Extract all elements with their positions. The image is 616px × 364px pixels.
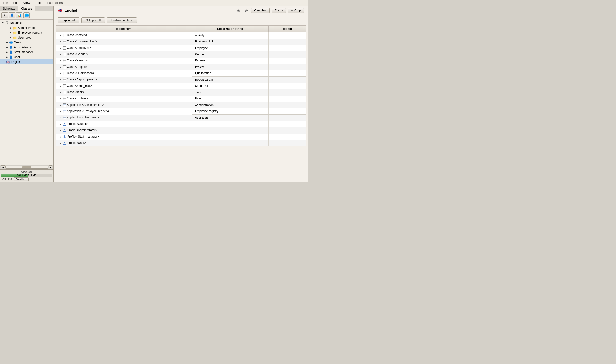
cell-localization[interactable]: User	[192, 96, 268, 102]
row-expand-icon[interactable]: ▶	[59, 117, 62, 119]
cell-tooltip[interactable]	[268, 140, 306, 146]
expand-database-icon[interactable]: ▼	[1, 21, 5, 25]
horizontal-scrollbar[interactable]: ◀ ▶	[0, 165, 53, 169]
cell-tooltip[interactable]	[268, 32, 306, 39]
row-expand-icon[interactable]: ▶	[59, 91, 62, 94]
tree-item-administration[interactable]: ▶ 📁 Administration	[0, 25, 53, 30]
zoom-out-button[interactable]: ⊖	[243, 8, 249, 13]
table-row[interactable]: ▶ Profile <Staff_manager>	[56, 134, 306, 140]
cell-localization[interactable]: Business Unit	[192, 39, 268, 45]
expand-staff-manager-icon[interactable]: ▶	[5, 50, 9, 54]
cell-localization[interactable]: Qualification	[192, 70, 268, 77]
menu-file[interactable]: File	[2, 1, 9, 5]
row-expand-icon[interactable]: ▶	[59, 85, 62, 87]
table-row[interactable]: ▶ Class <Params>Params	[56, 58, 306, 64]
row-expand-icon[interactable]: ▶	[59, 98, 62, 100]
expand-user-area-icon[interactable]: ▶	[9, 36, 13, 39]
row-expand-icon[interactable]: ▶	[59, 129, 62, 132]
row-expand-icon[interactable]: ▶	[59, 66, 62, 68]
table-row[interactable]: ▶ Class <Task>Task	[56, 89, 306, 96]
cell-localization[interactable]: Project	[192, 64, 268, 70]
cell-localization[interactable]: Activity	[192, 32, 268, 39]
expand-guest-icon[interactable]: ▶	[5, 40, 9, 44]
tree-item-administrator[interactable]: ▶ 👤 Administrator	[0, 45, 53, 50]
tab-schemas[interactable]: Schemas	[0, 6, 18, 11]
row-expand-icon[interactable]: ▶	[59, 104, 62, 106]
cell-tooltip[interactable]	[268, 96, 306, 102]
row-expand-icon[interactable]: ▶	[59, 34, 62, 37]
overview-button[interactable]: Overview	[251, 8, 270, 13]
db-button[interactable]: 🗄	[1, 13, 8, 18]
table-row[interactable]: ▶ Application <Employee_registry>Employe…	[56, 108, 306, 115]
table-row[interactable]: ▶ Class <Report_param>Report param	[56, 77, 306, 83]
add-button[interactable]: 👤	[9, 13, 15, 18]
row-expand-icon[interactable]: ▶	[59, 110, 62, 113]
menu-extensions[interactable]: Extensions	[46, 1, 64, 5]
cell-localization[interactable]: Gender	[192, 51, 268, 58]
cell-tooltip[interactable]	[268, 39, 306, 45]
tree-item-english[interactable]: ▶ 🇬🇧 English	[0, 60, 53, 64]
row-expand-icon[interactable]: ▶	[59, 136, 62, 138]
cell-localization[interactable]: Employee registry	[192, 108, 268, 115]
scroll-right-button[interactable]: ▶	[49, 165, 52, 169]
cell-localization[interactable]: Params	[192, 58, 268, 64]
scroll-left-button[interactable]: ◀	[1, 165, 5, 169]
table-row[interactable]: ▶ Class <Gender>Gender	[56, 51, 306, 58]
tree-item-user[interactable]: ▶ 👤 User	[0, 55, 53, 60]
cell-tooltip[interactable]	[268, 89, 306, 96]
menu-tools[interactable]: Tools	[34, 1, 43, 5]
expand-administrator-icon[interactable]: ▶	[5, 45, 9, 49]
table-row[interactable]: ▶ Class <__User>User	[56, 96, 306, 102]
crop-button[interactable]: ✂ Crop	[288, 8, 304, 13]
expand-administration-icon[interactable]: ▶	[9, 26, 13, 30]
cell-localization[interactable]	[192, 121, 268, 127]
table-row[interactable]: ▶ Profile <Guest>	[56, 121, 306, 127]
table-row[interactable]: ▶ Class <Send_mail>Send mail	[56, 83, 306, 89]
globe-button[interactable]: 🌐	[23, 13, 30, 18]
tree-item-database[interactable]: ▼ 🗄 Database	[0, 20, 53, 25]
table-row[interactable]: ▶ Profile <User>	[56, 140, 306, 146]
details-button[interactable]: Details...	[14, 178, 28, 182]
menu-edit[interactable]: Edit	[12, 1, 19, 5]
table-row[interactable]: ▶ Profile <Administrator>	[56, 127, 306, 134]
tree-item-employee-registry[interactable]: ▶ 📁 Employee_registry	[0, 30, 53, 35]
zoom-in-button[interactable]: ⊕	[235, 8, 241, 13]
table-row[interactable]: ▶ Class <Project>Project	[56, 64, 306, 70]
cell-tooltip[interactable]	[268, 121, 306, 127]
cell-tooltip[interactable]	[268, 70, 306, 77]
cell-localization[interactable]: Report param	[192, 77, 268, 83]
expand-all-button[interactable]: Expand all	[58, 17, 79, 23]
cell-tooltip[interactable]	[268, 108, 306, 115]
menu-view[interactable]: View	[22, 1, 31, 5]
cell-localization[interactable]: Administration	[192, 102, 268, 108]
chart-button[interactable]: 📊	[16, 13, 22, 18]
cell-tooltip[interactable]	[268, 115, 306, 121]
cell-localization[interactable]: User area	[192, 115, 268, 121]
cell-localization[interactable]	[192, 127, 268, 134]
cell-tooltip[interactable]	[268, 64, 306, 70]
tab-classes[interactable]: Classes	[18, 6, 35, 11]
cell-localization[interactable]	[192, 140, 268, 146]
cell-tooltip[interactable]	[268, 127, 306, 134]
row-expand-icon[interactable]: ▶	[59, 78, 62, 81]
expand-employee-registry-icon[interactable]: ▶	[9, 31, 13, 35]
cell-tooltip[interactable]	[268, 102, 306, 108]
tree-item-guest[interactable]: ▶ 👥 Guest	[0, 40, 53, 45]
find-replace-button[interactable]: Find and replace	[107, 17, 137, 23]
cell-tooltip[interactable]	[268, 45, 306, 51]
tree-item-staff-manager[interactable]: ▶ 👤 Staff_manager	[0, 50, 53, 55]
row-expand-icon[interactable]: ▶	[59, 47, 62, 49]
row-expand-icon[interactable]: ▶	[59, 142, 62, 144]
cell-localization[interactable]	[192, 134, 268, 140]
row-expand-icon[interactable]: ▶	[59, 40, 62, 43]
row-expand-icon[interactable]: ▶	[59, 72, 62, 75]
cell-tooltip[interactable]	[268, 77, 306, 83]
cell-localization[interactable]: Send mail	[192, 83, 268, 89]
cell-localization[interactable]: Employee	[192, 45, 268, 51]
focus-button[interactable]: Focus	[271, 8, 286, 13]
table-row[interactable]: ▶ Application <User_area>User area	[56, 115, 306, 121]
table-row[interactable]: ▶ Class <Employee>Employee	[56, 45, 306, 51]
table-row[interactable]: ▶ Class <Activity>Activity	[56, 32, 306, 39]
cell-tooltip[interactable]	[268, 83, 306, 89]
row-expand-icon[interactable]: ▶	[59, 123, 62, 125]
